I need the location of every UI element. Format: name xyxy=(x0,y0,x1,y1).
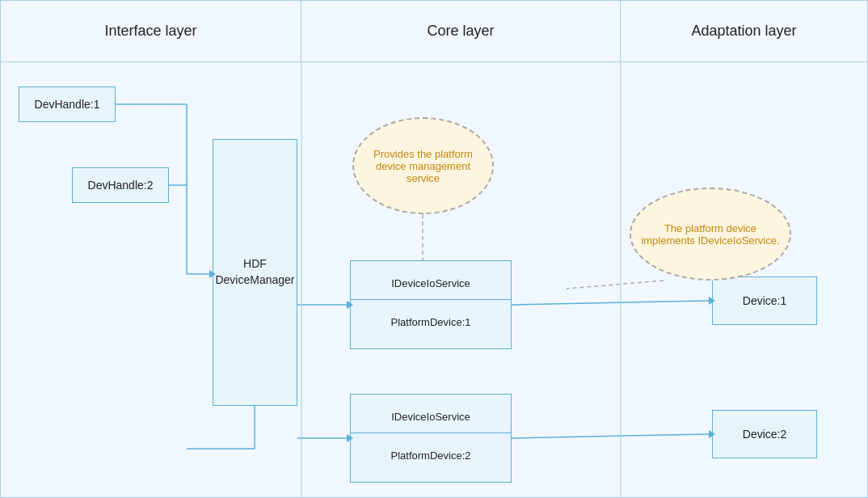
svg-line-14 xyxy=(567,281,664,289)
pd2-device-label: PlatformDevice:2 xyxy=(391,449,471,462)
diagram-container: Interface layer Core layer Adaptation la… xyxy=(0,0,868,498)
device2-box: Device:2 xyxy=(712,410,817,458)
pd2-bottom: PlatformDevice:2 xyxy=(351,439,511,471)
interface-layer-label: Interface layer xyxy=(104,23,196,40)
devhandle1-box: DevHandle:1 xyxy=(19,87,116,122)
header-interface: Interface layer xyxy=(1,1,301,61)
pd1-outer-box: IDeviceIoService PlatformDevice:1 xyxy=(350,260,512,349)
pd2-outer-box: IDeviceIoService PlatformDevice:2 xyxy=(350,394,512,483)
core-ellipse: Provides the platform device management … xyxy=(352,117,494,214)
hdf-box: HDF DeviceManager xyxy=(213,139,297,406)
device2-label: Device:2 xyxy=(743,428,786,441)
content-area: DevHandle:1 DevHandle:2 HDF DeviceManage… xyxy=(1,62,867,497)
svg-line-9 xyxy=(512,301,709,305)
devhandle1-label: DevHandle:1 xyxy=(35,98,100,111)
core-ellipse-text: Provides the platform device management … xyxy=(360,148,486,184)
adaptation-layer-label: Adaptation layer xyxy=(691,23,796,40)
core-layer-label: Core layer xyxy=(427,23,494,40)
header-row: Interface layer Core layer Adaptation la… xyxy=(1,1,867,62)
pd2-top: IDeviceIoService xyxy=(351,401,511,433)
adaptation-ellipse-text: The platform device implements IDeviceIo… xyxy=(638,222,783,247)
pd2-service-label: IDeviceIoService xyxy=(391,411,470,423)
adaptation-ellipse: The platform device implements IDeviceIo… xyxy=(630,188,791,281)
header-adaptation: Adaptation layer xyxy=(621,1,867,61)
svg-line-11 xyxy=(512,434,709,438)
pd1-bottom: PlatformDevice:1 xyxy=(351,306,511,338)
device1-box: Device:1 xyxy=(712,276,817,325)
header-core: Core layer xyxy=(301,1,621,61)
devhandle2-label: DevHandle:2 xyxy=(88,179,154,192)
hdf-label: HDF DeviceManager xyxy=(215,256,294,288)
devhandle2-box: DevHandle:2 xyxy=(72,167,169,203)
pd1-device-label: PlatformDevice:1 xyxy=(391,316,471,328)
device1-label: Device:1 xyxy=(743,294,786,307)
pd1-service-label: IDeviceIoService xyxy=(391,277,470,289)
pd1-top: IDeviceIoService xyxy=(351,268,511,300)
